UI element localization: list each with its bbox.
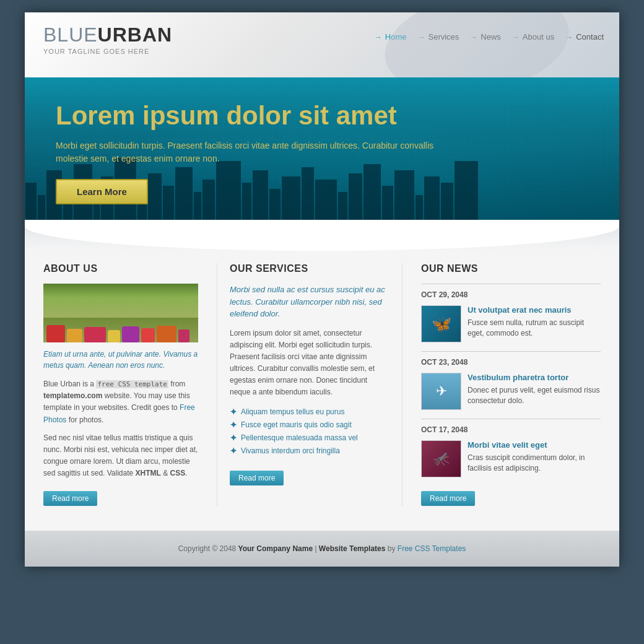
news-info-1: Ut volutpat erat nec mauris Fusce sem nu… (468, 305, 601, 342)
news-excerpt-1: Fusce sem nulla, rutrum ac suscipit eget… (468, 318, 601, 339)
about-heading: ABOUT US (43, 263, 198, 274)
list-item: ✦ Fusce eget mauris quis odio sagit (230, 420, 389, 430)
nav-contact[interactable]: → Contact (565, 32, 604, 41)
news-title-2[interactable]: Vestibulum pharetra tortor (468, 373, 601, 382)
plus-icon: ✦ (230, 407, 237, 417)
wave-divider (25, 220, 619, 251)
news-title-1[interactable]: Ut volutpat erat nec mauris (468, 305, 601, 315)
footer-copyright: Copyright © 2048 (178, 544, 237, 553)
nav-about[interactable]: → About us (512, 32, 554, 41)
plus-icon: ✦ (230, 433, 237, 443)
about-image (43, 284, 198, 342)
news-info-2: Vestibulum pharetra tortor Donec et puru… (468, 373, 601, 410)
plus-icon: ✦ (230, 446, 237, 456)
about-body1: Blue Urban is a free CSS template from t… (43, 378, 198, 426)
arrow-icon: → (565, 33, 573, 41)
services-read-more-button[interactable]: Read more (230, 471, 284, 485)
plus-icon: ✦ (230, 420, 237, 430)
news-item-1: 🦋 Ut volutpat erat nec mauris Fusce sem … (421, 305, 601, 342)
logo-blue: BLUE (43, 24, 98, 46)
news-date-2: OCT 23, 2048 (421, 351, 601, 367)
news-section-3: OCT 17, 2048 🦟 Morbi vitae velit eget Cr… (421, 419, 601, 477)
insect-image: 🦟 (422, 441, 461, 477)
services-heading: OUR SERVICES (230, 263, 389, 274)
nav-services[interactable]: → Services (417, 32, 459, 41)
about-read-more-button[interactable]: Read more (43, 491, 97, 506)
about-column: ABOUT US Etiam ut urna ante, ut pulvinar… (43, 263, 217, 506)
hero-content: Lorem ipsum dolor sit amet Morbi eget so… (56, 101, 458, 204)
news-thumb-3: 🦟 (421, 440, 461, 477)
news-read-more-button[interactable]: Read more (421, 491, 475, 506)
arrow-icon: → (375, 33, 382, 41)
services-column: OUR SERVICES Morbi sed nulla ac est curs… (217, 263, 402, 506)
news-title-3[interactable]: Morbi vitae velit eget (468, 440, 601, 450)
footer-by: by (388, 544, 398, 553)
logo-text: BLUEURBAN (43, 24, 172, 46)
news-thumb-1: 🦋 (421, 305, 461, 342)
nav-home[interactable]: → Home (375, 32, 407, 41)
arrow-icon: → (512, 33, 520, 41)
arrow-icon: → (470, 33, 477, 41)
logo-urban: URBAN (98, 24, 173, 46)
news-date-1: OCT 29, 2048 (421, 284, 601, 299)
news-date-3: OCT 17, 2048 (421, 419, 601, 434)
news-section-2: OCT 23, 2048 ✈ Vestibulum pharetra torto… (421, 351, 601, 410)
about-caption: Etiam ut urna ante, ut pulvinar ante. Vi… (43, 349, 198, 371)
tagline: YOUR TAGLINE GOES HERE (43, 48, 172, 55)
learn-more-button[interactable]: Learn More (56, 179, 148, 204)
hero-heading: Lorem ipsum dolor sit amet (56, 101, 458, 131)
footer: Copyright © 2048 Your Company Name | Web… (25, 531, 619, 567)
logo: BLUEURBAN YOUR TAGLINE GOES HERE (43, 24, 172, 55)
list-item: ✦ Pellentesque malesuada massa vel (230, 433, 389, 443)
hero-banner: Lorem ipsum dolor sit amet Morbi eget so… (25, 77, 619, 220)
news-section-1: OCT 29, 2048 🦋 Ut volutpat erat nec maur… (421, 284, 601, 342)
news-thumb-2: ✈ (421, 373, 461, 410)
services-intro: Morbi sed nulla ac est cursus suscipit e… (230, 284, 389, 320)
plane-image: ✈ (422, 373, 461, 409)
list-item: ✦ Aliquam tempus tellus eu purus (230, 407, 389, 417)
news-column: OUR NEWS OCT 29, 2048 🦋 Ut volutpat erat… (402, 263, 601, 506)
footer-credit-link[interactable]: Free CSS Templates (398, 544, 466, 553)
footer-templates-link[interactable]: Website Templates (319, 544, 386, 553)
main-content: ABOUT US Etiam ut urna ante, ut pulvinar… (25, 251, 619, 531)
footer-company[interactable]: Your Company Name (238, 544, 313, 553)
news-item-2: ✈ Vestibulum pharetra tortor Donec et pu… (421, 373, 601, 410)
services-body: Lorem ipsum dolor sit amet, consectetur … (230, 328, 389, 399)
arrow-icon: → (417, 33, 425, 41)
nav-news[interactable]: → News (470, 32, 501, 41)
hero-subtext: Morbi eget sollicitudin turpis. Praesent… (56, 139, 458, 165)
list-item: ✦ Vivamus interdum orci fringilla (230, 446, 389, 456)
news-info-3: Morbi vitae velit eget Cras suscipit con… (468, 440, 601, 477)
news-item-3: 🦟 Morbi vitae velit eget Cras suscipit c… (421, 440, 601, 477)
news-excerpt-3: Cras suscipit condimentum dolor, in faci… (468, 453, 601, 474)
about-body2: Sed nec nisl vitae tellus mattis tristiq… (43, 432, 198, 480)
news-excerpt-2: Donec et purus velit, eget euismod risus… (468, 385, 601, 406)
butterfly-image: 🦋 (422, 306, 461, 342)
header: BLUEURBAN YOUR TAGLINE GOES HERE → Home … (25, 12, 619, 77)
main-nav: → Home → Services → News → About us → Co… (375, 32, 604, 41)
news-heading: OUR NEWS (421, 263, 601, 274)
services-list: ✦ Aliquam tempus tellus eu purus ✦ Fusce… (230, 407, 389, 456)
